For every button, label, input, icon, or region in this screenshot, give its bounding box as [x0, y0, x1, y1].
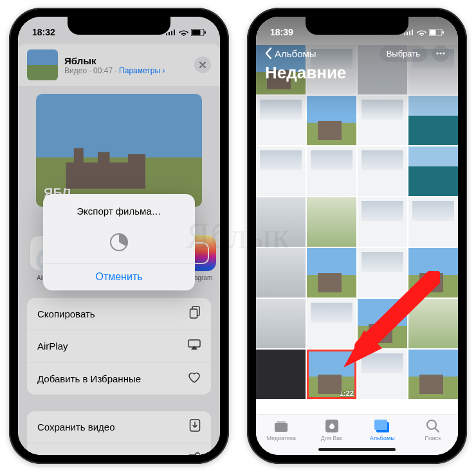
svg-point-22	[443, 52, 444, 54]
svg-rect-19	[443, 31, 444, 33]
device-notch	[68, 17, 170, 35]
progress-pie-icon	[110, 233, 128, 251]
tab-bar: Медиатека Для Вас Альбомы Поиск	[256, 414, 458, 455]
export-alert: Экспорт фильма… Отменить	[43, 194, 195, 290]
svg-rect-23	[275, 423, 288, 432]
photo-thumbnail[interactable]	[358, 248, 407, 298]
photo-thumbnail[interactable]	[256, 350, 306, 399]
tab-search[interactable]: Поиск	[410, 419, 455, 455]
photo-thumbnail[interactable]	[256, 248, 306, 298]
photo-thumbnail-highlighted[interactable]: 1:22	[307, 350, 356, 399]
tab-label: Поиск	[410, 435, 455, 441]
alert-progress-area	[43, 220, 195, 263]
photo-thumbnail[interactable]	[256, 299, 306, 348]
photo-thumbnail[interactable]	[256, 197, 306, 247]
wifi-icon	[179, 29, 188, 36]
photos-header: Альбомы Выбрать Недавние	[256, 42, 458, 83]
battery-icon	[429, 29, 444, 36]
device-notch	[306, 17, 408, 35]
battery-icon	[191, 29, 206, 36]
svg-point-28	[427, 420, 436, 429]
photo-thumbnail[interactable]	[358, 147, 407, 196]
photo-thumbnail[interactable]	[256, 147, 306, 196]
back-button[interactable]: Альбомы	[265, 48, 316, 59]
photo-thumbnail[interactable]	[408, 299, 458, 348]
albums-icon	[374, 419, 390, 433]
svg-rect-5	[192, 30, 201, 35]
svg-rect-16	[412, 30, 413, 35]
wifi-icon	[417, 29, 426, 36]
photo-thumbnail[interactable]	[307, 248, 356, 298]
status-right-cluster	[166, 29, 206, 36]
photo-thumbnail[interactable]	[358, 299, 407, 348]
svg-rect-27	[374, 420, 387, 430]
svg-rect-24	[277, 421, 286, 423]
tab-label: Для Вас	[309, 435, 354, 441]
svg-rect-3	[174, 30, 175, 35]
photo-thumbnail[interactable]	[307, 147, 356, 196]
svg-rect-2	[171, 31, 172, 35]
svg-point-20	[436, 52, 438, 54]
tab-label: Альбомы	[360, 435, 405, 441]
svg-rect-6	[205, 31, 206, 33]
back-label: Альбомы	[275, 48, 316, 59]
more-button[interactable]	[432, 45, 449, 62]
photo-thumbnail[interactable]	[358, 197, 407, 247]
tab-label: Медиатека	[259, 435, 304, 441]
photo-thumbnail[interactable]	[408, 197, 458, 247]
library-icon	[273, 420, 289, 432]
svg-rect-13	[404, 33, 405, 35]
svg-point-21	[439, 52, 441, 54]
photo-thumbnail[interactable]	[358, 350, 407, 399]
home-indicator	[318, 448, 396, 451]
svg-rect-14	[407, 32, 408, 35]
phone-frame-left: 18:32 Яблык Видео · 00:47 · Параметры › …	[9, 8, 229, 464]
screen-right: 1:22 18:39 Альбомы Выбрать	[256, 17, 458, 455]
svg-rect-0	[166, 33, 167, 35]
photo-thumbnail[interactable]	[408, 147, 458, 196]
status-time: 18:32	[32, 27, 55, 37]
screen-left: 18:32 Яблык Видео · 00:47 · Параметры › …	[18, 17, 220, 455]
photo-thumbnail[interactable]	[408, 350, 458, 399]
alert-cancel-button[interactable]: Отменить	[43, 263, 195, 290]
svg-rect-18	[430, 30, 436, 35]
video-duration-badge: 1:22	[340, 389, 354, 397]
for-you-icon	[325, 419, 339, 433]
svg-rect-15	[409, 31, 410, 35]
photo-thumbnail[interactable]	[307, 197, 356, 247]
status-right-cluster	[404, 29, 444, 36]
chevron-left-icon	[265, 48, 272, 59]
alert-title: Экспорт фильма…	[43, 194, 195, 220]
page-title: Недавние	[265, 63, 449, 83]
select-button[interactable]: Выбрать	[380, 46, 427, 62]
tab-library[interactable]: Медиатека	[259, 419, 304, 455]
photo-thumbnail[interactable]	[408, 248, 458, 298]
ellipsis-icon	[436, 52, 445, 55]
svg-rect-1	[169, 32, 170, 35]
search-icon	[426, 419, 440, 433]
phone-frame-right: 1:22 18:39 Альбомы Выбрать	[247, 8, 467, 464]
photo-thumbnail[interactable]	[307, 299, 356, 348]
status-time: 18:39	[270, 27, 293, 37]
